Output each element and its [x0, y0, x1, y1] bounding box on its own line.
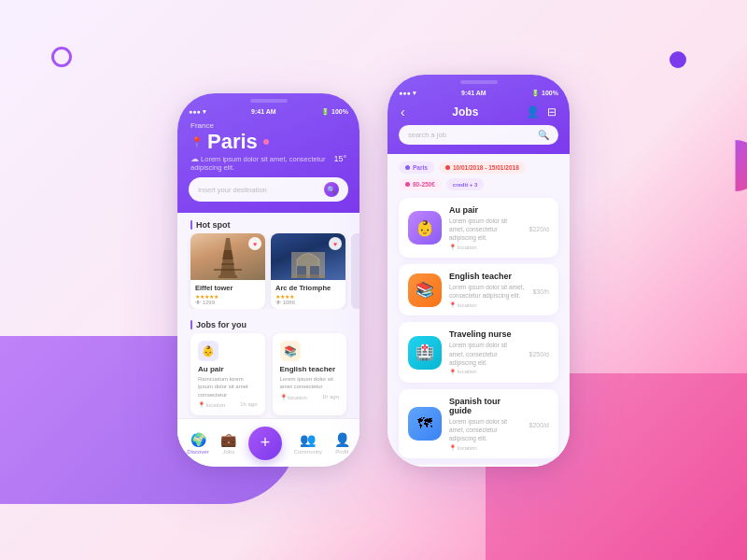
hotspot-eiffel[interactable]: ♥ Eiffel tower ★★★★★ 👁 1299: [190, 233, 265, 309]
phone1-header: ●●● ▾ 9:41 AM 🔋 100% France 📍 Paris 15° …: [177, 93, 359, 213]
job-search-bar[interactable]: search a job 🔍: [399, 125, 558, 145]
search-placeholder-1: Insert your destination: [198, 186, 267, 194]
job-item-nurse[interactable]: 🏥 Traveling nurse Lorem ipsum dolor sit …: [399, 322, 558, 382]
weather-row: 15° ☁ Lorem ipsum dolor sit amet, consec…: [177, 154, 359, 172]
aupair-location: 📍 location: [449, 244, 522, 250]
eiffel-info: Eiffel tower ★★★★★ 👁 1299: [190, 280, 265, 309]
jobs-section: Jobs for you 👶 Au pair Ramcustum lorem i…: [177, 309, 359, 415]
decorative-half-circle: [710, 140, 747, 191]
paris-chip-label: Paris: [413, 164, 428, 171]
job-card-meta-aupair: 📍 location 1h ago: [198, 401, 258, 408]
jobs-section-title: Jobs for you: [177, 313, 359, 333]
filter-date[interactable]: 10/01/2018 - 15/01/2018: [439, 161, 526, 174]
job-item-bartender[interactable]: 🍸 Bartender Lorem ipsum dolor sit amet, …: [399, 465, 558, 467]
battery-2: 🔋 100%: [531, 90, 558, 97]
profile-header-icon[interactable]: 👤: [526, 105, 540, 119]
job-icon-aupair: 👶: [198, 341, 218, 361]
teacher-title: English teacher: [449, 272, 525, 281]
teacher-info: English teacher Lorem ipsum dolor sit am…: [449, 272, 525, 308]
guide-info: Spanish tour guide Lorem ipsum dolor sit…: [449, 397, 522, 451]
nav-discover-label: Discover: [187, 449, 208, 455]
arc-count: 👁 1086: [275, 300, 341, 305]
nav-add-button[interactable]: +: [248, 427, 282, 460]
filter-price[interactable]: 80-250€: [399, 178, 442, 190]
destination-search-bar[interactable]: Insert your destination 🔍: [189, 177, 348, 202]
job-card-title-teacher: English teacher: [280, 365, 340, 373]
aupair-icon: 👶: [408, 211, 442, 245]
signal-strength: ●●● ▾: [189, 108, 206, 116]
aupair-info: Au pair Lorem ipsum dolor sit amet, cons…: [449, 205, 522, 250]
price-chip-dot: [405, 182, 410, 187]
filter-more[interactable]: credit + 3: [446, 178, 485, 190]
arc-svg: [271, 233, 345, 280]
jobs-icon: 💼: [220, 432, 236, 447]
aupair-title: Au pair: [449, 205, 522, 215]
arc-info: Arc de Triomphe ★★★★ 👁 1086: [271, 280, 345, 309]
nurse-title: Traveling nurse: [449, 329, 522, 339]
job-card-title-aupair: Au pair: [198, 365, 258, 373]
eiffel-name: Eiffel tower: [195, 284, 261, 292]
nurse-location: 📍 location: [449, 369, 522, 375]
job-card-aupair[interactable]: 👶 Au pair Ramcustum lorem ipsum dolor si…: [190, 333, 265, 415]
city-row: 📍 Paris: [177, 130, 359, 154]
decorative-dot: [669, 51, 686, 68]
nav-jobs-label: Jobs: [222, 449, 234, 455]
decorative-ring: [51, 47, 72, 67]
eiffel-stars: ★★★★★: [195, 293, 261, 300]
time-2: 9:41 AM: [461, 90, 486, 97]
phone-2: ●●● ▾ 9:41 AM 🔋 100% ‹ Jobs 👤 ⊟ search a…: [388, 75, 570, 467]
header-action-icons: 👤 ⊟: [526, 105, 557, 119]
time-1: 9:41 AM: [251, 108, 276, 116]
search-button-1[interactable]: 🔍: [324, 182, 339, 197]
svg-marker-1: [222, 250, 233, 259]
price-chip-label: 80-250€: [413, 181, 435, 188]
jobs-title-row: ‹ Jobs 👤 ⊟: [388, 101, 570, 125]
nav-discover[interactable]: 🌍 Discover: [187, 432, 208, 455]
eiffel-image: ♥: [190, 233, 265, 280]
bottom-nav-1: 🌍 Discover 💼 Jobs + 👥 Community 👤 Profil: [177, 418, 359, 467]
city-accent-dot: [263, 139, 269, 145]
phone-notch: [250, 99, 288, 103]
community-icon: 👥: [300, 432, 316, 447]
teacher-list-icon: 📚: [408, 273, 442, 307]
phone1-content: Hot spot ♥: [177, 213, 359, 448]
job-list: 👶 Au pair Lorem ipsum dolor sit amet, co…: [388, 194, 570, 467]
nurse-info: Traveling nurse Lorem ipsum dolor sit am…: [449, 329, 522, 374]
job-item-english-teacher[interactable]: 📚 English teacher Lorem ipsum dolor sit …: [399, 264, 558, 315]
job-item-aupair[interactable]: 👶 Au pair Lorem ipsum dolor sit amet, co…: [399, 198, 558, 258]
nav-jobs[interactable]: 💼 Jobs: [220, 432, 236, 455]
job-item-tour-guide[interactable]: 🗺 Spanish tour guide Lorem ipsum dolor s…: [399, 389, 558, 458]
job-card-english-teacher[interactable]: 📚 English teacher Lorem ipsum dolor sit …: [273, 333, 347, 415]
nav-profile[interactable]: 👤 Profil: [334, 432, 350, 455]
nurse-price: $250/d: [529, 347, 549, 358]
nav-community[interactable]: 👥 Community: [294, 432, 322, 455]
eiffel-svg: [190, 233, 265, 280]
svg-rect-2: [218, 275, 237, 278]
arc-stars: ★★★★: [275, 293, 341, 300]
back-button[interactable]: ‹: [401, 105, 405, 119]
temp-display: 15°: [333, 154, 346, 163]
nurse-icon: 🏥: [408, 336, 442, 370]
svg-rect-4: [214, 269, 242, 271]
page-title-jobs: Jobs: [452, 105, 478, 119]
job-card-desc-aupair: Ramcustum lorem ipsum dolor sit amet con…: [198, 375, 258, 399]
job-search-placeholder: search a job: [408, 131, 446, 139]
aupair-desc: Lorem ipsum dolor sit amet, consectetur …: [449, 217, 522, 242]
hotspot-arc[interactable]: ♥ Arc de Triomphe ★★★★ 👁 10: [271, 233, 345, 309]
hotspot-row: ♥ Eiffel tower ★★★★★ 👁 1299: [177, 233, 359, 309]
job-card-desc-teacher: Lorem ipsum dolor sit amet consectetur: [280, 375, 340, 391]
location-pin-icon: 📍: [190, 136, 204, 148]
nav-profile-label: Profil: [335, 449, 348, 455]
teacher-desc: Lorem ipsum dolor sit amet, consectetur …: [449, 283, 525, 300]
job-icon-teacher: 📚: [280, 341, 301, 361]
svg-rect-8: [291, 274, 325, 278]
filter-paris[interactable]: Paris: [399, 161, 434, 174]
header-description: Lorem ipsum dolor sit amet, consectetur …: [190, 155, 325, 172]
arc-name: Arc de Triomphe: [275, 284, 341, 292]
phone2-notch: [460, 80, 498, 84]
battery-1: 🔋 100%: [321, 108, 348, 116]
filter-chips-row: Paris 10/01/2018 - 15/01/2018 80-250€ cr…: [388, 154, 570, 194]
phone2-header: ●●● ▾ 9:41 AM 🔋 100% ‹ Jobs 👤 ⊟ search a…: [388, 75, 570, 154]
job-search-icon[interactable]: 🔍: [538, 130, 549, 140]
filter-header-icon[interactable]: ⊟: [547, 105, 557, 119]
